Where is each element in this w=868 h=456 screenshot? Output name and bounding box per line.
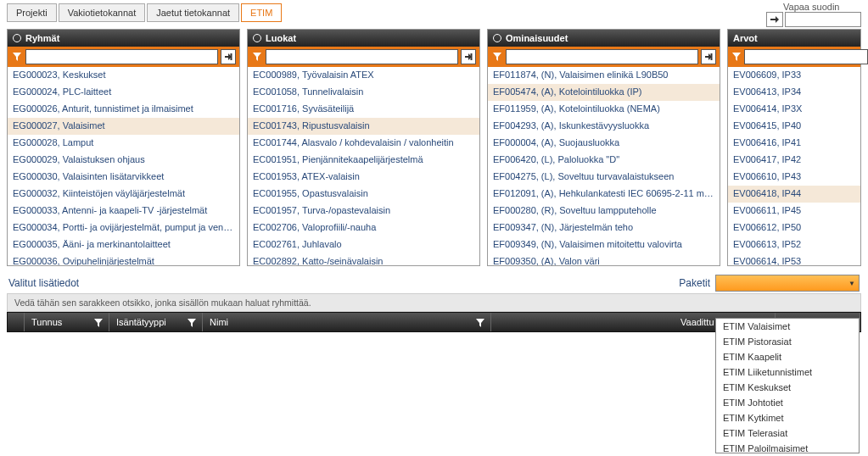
panel-list[interactable]: EC000989, Työvalaisin ATEXEC001058, Tunn… — [248, 67, 479, 265]
list-item[interactable]: EV006414, IP3X — [728, 101, 860, 118]
list-item[interactable]: EG000034, Portti- ja ovijärjestelmät, pu… — [8, 220, 239, 236]
list-item[interactable]: EC001955, Opastusvalaisin — [248, 186, 479, 203]
panel-header-classes: Luokat — [248, 30, 479, 47]
dropdown-item[interactable]: ETIM Kytkimet — [716, 410, 859, 425]
list-item[interactable]: EC002761, Juhlavalo — [248, 236, 479, 253]
list-item[interactable]: EV006614, IP53 — [728, 253, 860, 265]
list-item[interactable]: EF009349, (N), Valaisimen mitoitettu val… — [488, 236, 720, 253]
clear-filter-button[interactable] — [221, 49, 236, 64]
list-item[interactable]: EG000036, Ovipuhelinjärjestelmät — [8, 253, 239, 265]
list-item[interactable]: EF000280, (R), Soveltuu lampputeholle — [488, 203, 720, 220]
grid-col-isäntätyyppi[interactable]: Isäntätyyppi — [109, 313, 203, 331]
panel-title: Arvot — [733, 33, 758, 43]
list-item[interactable]: EC001957, Turva-/opastevalaisin — [248, 203, 479, 220]
funnel-icon[interactable] — [11, 51, 23, 63]
list-item[interactable]: EC001744, Alasvalo / kohdevalaisin / val… — [248, 135, 479, 152]
tab-vakiotietokannat[interactable]: Vakiotietokannat — [59, 3, 146, 22]
list-item[interactable]: EG000033, Antenni- ja kaapeli-TV -järjes… — [8, 203, 239, 220]
dropdown-item[interactable]: ETIM Liiketunnistimet — [716, 364, 859, 380]
panel-list[interactable]: EF011874, (N), Valaisimen elinikä L90B50… — [488, 67, 720, 265]
dropdown-item[interactable]: ETIM Telerasiat — [716, 425, 859, 441]
list-item[interactable]: EV006613, IP52 — [728, 236, 860, 253]
list-item[interactable]: EG000026, Anturit, tunnistimet ja ilmais… — [8, 101, 239, 118]
list-item[interactable]: EC002892, Katto-/seinävalaisin — [248, 253, 479, 265]
list-item[interactable]: EV006609, IP33 — [728, 67, 860, 84]
tab-jaetut tietokannat[interactable]: Jaetut tietokannat — [147, 3, 239, 22]
list-item[interactable]: EV006612, IP50 — [728, 220, 860, 236]
list-item[interactable]: EF009350, (A), Valon väri — [488, 253, 720, 265]
panel-list[interactable]: EV006609, IP33EV006413, IP34EV006414, IP… — [728, 67, 860, 265]
list-item[interactable]: EV006413, IP34 — [728, 84, 860, 101]
dropdown-item[interactable]: ETIM Valaisimet — [716, 319, 859, 334]
tab-projekti[interactable]: Projekti — [7, 3, 57, 22]
panel-header-values: Arvot — [728, 30, 860, 47]
list-item[interactable]: EG000023, Keskukset — [8, 67, 239, 84]
paketit-dropdown[interactable]: ▼ — [715, 275, 860, 292]
panel-filter-row — [248, 47, 479, 67]
panel-filter-input[interactable] — [506, 49, 698, 64]
list-item[interactable]: EG000028, Lamput — [8, 135, 239, 152]
list-item[interactable]: EF011959, (A), Kotelointiluokka (NEMA) — [488, 101, 720, 118]
grid-col-nimi[interactable]: Nimi — [203, 313, 491, 331]
clear-filter-button[interactable] — [701, 49, 716, 64]
funnel-icon[interactable] — [251, 51, 263, 63]
list-item[interactable]: EG000029, Valaistuksen ohjaus — [8, 152, 239, 169]
list-item[interactable]: EC001716, Syväsäteilijä — [248, 101, 479, 118]
panel-header-features: Ominaisuudet — [488, 30, 720, 47]
radio-icon[interactable] — [253, 34, 261, 42]
free-filter-input[interactable] — [785, 12, 861, 27]
list-item[interactable]: EC001951, Pienjännitekaapelijärjestelmä — [248, 152, 479, 169]
list-item[interactable]: EG000027, Valaisimet — [8, 118, 239, 135]
list-item[interactable]: EV006610, IP43 — [728, 169, 860, 186]
svg-rect-1 — [471, 53, 473, 60]
radio-icon[interactable] — [493, 34, 501, 42]
grid-col-tunnus[interactable]: Tunnus — [25, 313, 109, 331]
list-item[interactable]: EF004275, (L), Soveltuu turvavalaistukse… — [488, 169, 720, 186]
list-item[interactable]: EV006415, IP40 — [728, 118, 860, 135]
panel-list[interactable]: EG000023, KeskuksetEG000024, PLC-laittee… — [8, 67, 239, 265]
list-item[interactable]: EG000030, Valaisinten lisätarvikkeet — [8, 169, 239, 186]
paketit-dropdown-list[interactable]: ETIM ValaisimetETIM PistorasiatETIM Kaap… — [715, 318, 860, 453]
grid-col-label: Tunnus — [31, 317, 62, 327]
funnel-icon[interactable] — [731, 51, 742, 63]
funnel-icon[interactable] — [491, 51, 503, 63]
dropdown-item[interactable]: ETIM Keskukset — [716, 380, 859, 395]
dropdown-item[interactable]: ETIM Paloilmaisimet — [716, 441, 859, 453]
dropdown-item[interactable]: ETIM Pistorasiat — [716, 334, 859, 349]
panel-header-groups: Ryhmät — [8, 30, 239, 47]
list-item[interactable]: EC000989, Työvalaisin ATEX — [248, 67, 479, 84]
list-item[interactable]: EF004293, (A), Iskunkestävyysluokka — [488, 118, 720, 135]
list-item[interactable]: EC001058, Tunnelivalaisin — [248, 84, 479, 101]
dropdown-item[interactable]: ETIM Kaapelit — [716, 349, 859, 364]
list-item[interactable]: EF011874, (N), Valaisimen elinikä L90B50 — [488, 67, 720, 84]
list-item[interactable]: EF000004, (A), Suojausluokka — [488, 135, 720, 152]
list-item[interactable]: EF006420, (L), Paloluokka "D" — [488, 152, 720, 169]
list-item[interactable]: EV006418, IP44 — [728, 186, 860, 203]
list-item[interactable]: EF005474, (A), Kotelointiluokka (IP) — [488, 84, 720, 101]
panel-filter-input[interactable] — [744, 49, 868, 64]
panel-title: Luokat — [266, 33, 296, 43]
list-item[interactable]: EG000024, PLC-laitteet — [8, 84, 239, 101]
list-item[interactable]: EC002706, Valoprofiili/-nauha — [248, 220, 479, 236]
list-item[interactable]: EC001743, Ripustusvalaisin — [248, 118, 479, 135]
svg-rect-2 — [711, 53, 713, 60]
grid-filter-bar[interactable] — [8, 313, 25, 331]
funnel-icon[interactable] — [93, 318, 102, 326]
panel-filter-input[interactable] — [266, 49, 458, 64]
list-item[interactable]: EV006417, IP42 — [728, 152, 860, 169]
tab-etim[interactable]: ETIM — [241, 3, 282, 22]
funnel-icon[interactable] — [187, 318, 195, 326]
list-item[interactable]: EV006416, IP41 — [728, 135, 860, 152]
list-item[interactable]: EF012091, (A), Hehkulankatesti IEC 60695… — [488, 186, 720, 203]
list-item[interactable]: EC001953, ATEX-valaisin — [248, 169, 479, 186]
clear-filter-button[interactable] — [461, 49, 476, 64]
list-item[interactable]: EG000035, Ääni- ja merkinantolaitteet — [8, 236, 239, 253]
list-item[interactable]: EF009347, (N), Järjestelmän teho — [488, 220, 720, 236]
funnel-icon[interactable] — [475, 318, 484, 326]
dropdown-item[interactable]: ETIM Johtotiet — [716, 395, 859, 410]
radio-icon[interactable] — [13, 34, 21, 42]
panel-filter-input[interactable] — [25, 49, 218, 64]
list-item[interactable]: EG000032, Kiinteistöjen väyläjärjestelmä… — [8, 186, 239, 203]
apply-filter-button[interactable] — [766, 12, 783, 27]
list-item[interactable]: EV006611, IP45 — [728, 203, 860, 220]
